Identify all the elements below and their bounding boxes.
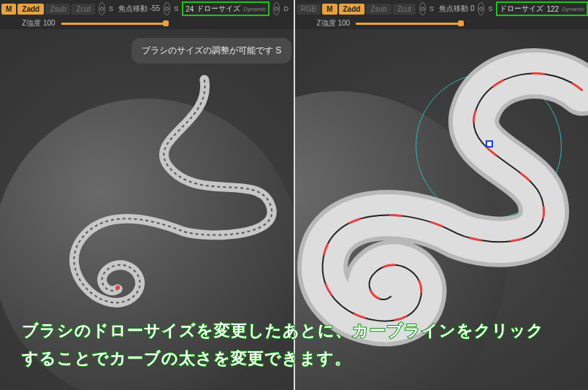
gear-icon[interactable]: ⚙ <box>419 2 426 15</box>
rgb-button[interactable]: RGB <box>297 4 321 15</box>
left-toolbar: M Zadd Zsub Zcut ⚙ S 焦点移動 -55 ⚙ S 24 ドロー… <box>0 0 294 18</box>
brush-inner-ring <box>469 126 509 167</box>
focal-shift-label[interactable]: 焦点移動 -55 <box>118 4 160 14</box>
zsub-button[interactable]: Zsub <box>45 4 70 15</box>
m-button[interactable]: M <box>1 4 16 15</box>
d-label: D <box>283 5 289 12</box>
zadd-button[interactable]: Zadd <box>18 4 44 15</box>
zcut-button[interactable]: Zcut <box>393 4 416 15</box>
instruction-caption: ブラシのドローサイズを変更したあとに、カーブラインをクリック することでカーブの… <box>22 317 566 372</box>
s-label-2: S <box>488 5 492 12</box>
z-intensity-slider[interactable] <box>61 23 171 25</box>
draw-size-label: ドローサイズ <box>196 4 240 14</box>
dynamic-label: Dynamic <box>562 6 584 12</box>
s-label-2: S <box>174 5 178 12</box>
zadd-button[interactable]: Zadd <box>339 4 365 15</box>
draw-size-label: ドローサイズ <box>500 4 543 14</box>
zsub-button[interactable]: Zsub <box>366 4 391 15</box>
z-intensity-label: Z強度 100 <box>317 18 351 28</box>
z-intensity-label: Z強度 100 <box>22 18 56 28</box>
dynamic-label: Dynamic <box>243 6 266 12</box>
gear-icon-3[interactable]: ⚙ <box>273 2 280 15</box>
tooltip-brush-size: ブラシのサイズの調整が可能です S <box>131 38 291 64</box>
s-label: S <box>109 5 113 12</box>
s-label: S <box>429 5 434 12</box>
gear-icon-2[interactable]: ⚙ <box>478 2 484 15</box>
zcut-button[interactable]: Zcut <box>72 4 94 15</box>
draw-size-control-highlight[interactable]: ドローサイズ 122 Dynamic <box>496 1 588 16</box>
right-toolbar: RGB M Zadd Zsub Zcut ⚙ S 焦点移動 0 ⚙ S ドローサ… <box>295 0 589 18</box>
draw-size-value: 24 <box>186 5 194 13</box>
draw-size-control-highlight[interactable]: 24 ドローサイズ Dynamic <box>182 1 270 16</box>
gear-icon[interactable]: ⚙ <box>99 2 105 15</box>
right-secondrow: Z強度 100 <box>295 18 589 29</box>
m-button[interactable]: M <box>322 4 337 15</box>
focal-shift-label[interactable]: 焦点移動 0 <box>439 4 474 14</box>
z-intensity-slider[interactable] <box>356 23 465 25</box>
gear-icon-2[interactable]: ⚙ <box>164 2 170 15</box>
left-secondrow: Z強度 100 <box>0 18 294 29</box>
draw-size-value: 122 <box>546 5 559 13</box>
